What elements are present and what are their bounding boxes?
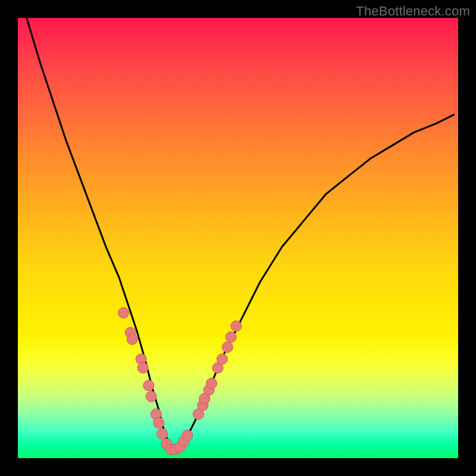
chart-frame: TheBottleneck.com bbox=[0, 0, 476, 476]
data-point bbox=[222, 342, 233, 353]
chart-plot-area bbox=[18, 18, 458, 458]
data-point bbox=[231, 321, 242, 331]
data-point bbox=[118, 308, 129, 318]
curve-line bbox=[27, 18, 454, 449]
data-point bbox=[226, 332, 236, 343]
data-point bbox=[154, 418, 164, 428]
data-point bbox=[146, 391, 156, 402]
data-point bbox=[157, 428, 168, 439]
data-point bbox=[217, 354, 227, 365]
data-point bbox=[143, 380, 154, 391]
data-point bbox=[182, 430, 193, 441]
watermark-text: TheBottleneck.com bbox=[356, 4, 470, 19]
data-point bbox=[206, 378, 217, 389]
data-point bbox=[137, 362, 148, 373]
data-point bbox=[127, 334, 137, 345]
chart-svg bbox=[18, 18, 458, 458]
